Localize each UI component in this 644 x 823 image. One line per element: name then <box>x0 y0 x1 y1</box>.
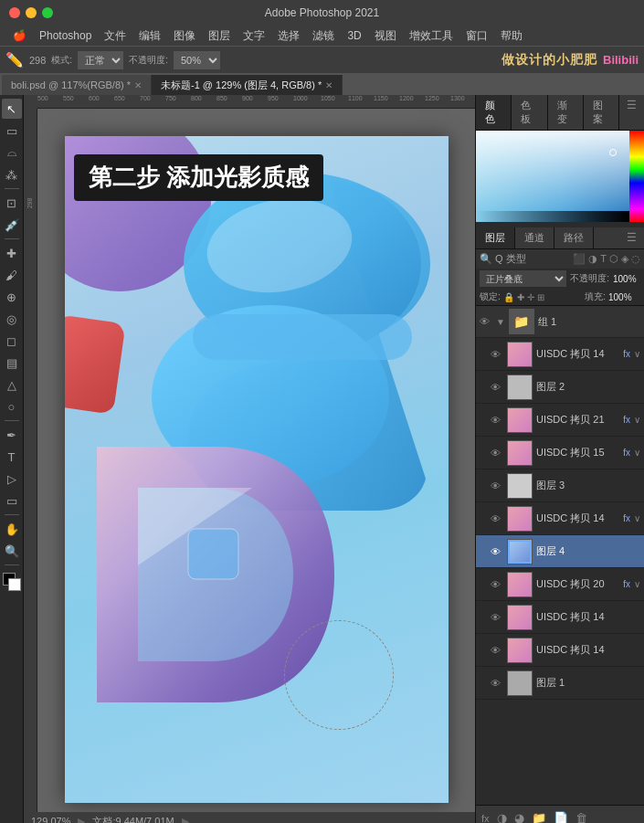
layer-eye-7[interactable]: 👁 <box>491 579 503 590</box>
layer-row[interactable]: 👁 UISDC 拷贝 14 fx ∨ <box>476 502 644 535</box>
tool-heal[interactable]: ✚ <box>2 243 22 263</box>
lock-artboard-icon[interactable]: ⊞ <box>537 292 544 302</box>
layer-eye-0[interactable]: 👁 <box>491 349 503 360</box>
layer-eye-10[interactable]: 👁 <box>491 678 503 689</box>
layer-eye-4[interactable]: 👁 <box>491 480 503 491</box>
tab-paths[interactable]: 路径 <box>554 227 594 248</box>
layer-row-selected[interactable]: 👁 图层 4 <box>476 535 644 568</box>
layer-adjustment-button[interactable]: ◕ <box>514 811 524 823</box>
menu-edit[interactable]: 编辑 <box>133 26 166 46</box>
tab-channels[interactable]: 通道 <box>515 227 554 248</box>
tool-hand[interactable]: ✋ <box>2 519 22 539</box>
layer-fx-0[interactable]: fx <box>623 349 630 359</box>
layer-row[interactable]: 👁 图层 1 <box>476 667 644 700</box>
layer-new-button[interactable]: 📄 <box>554 811 568 823</box>
layer-row[interactable]: 👁 UISDC 拷贝 14 <box>476 634 644 667</box>
menu-photoshop[interactable]: Photoshop <box>34 27 97 44</box>
menu-image[interactable]: 图像 <box>168 26 201 46</box>
tool-blur[interactable]: △ <box>2 375 22 395</box>
tool-path-select[interactable]: ▷ <box>2 469 22 489</box>
menu-3d[interactable]: 3D <box>342 27 366 44</box>
layer-fx-button[interactable]: fx <box>481 813 490 824</box>
tool-shape[interactable]: ▭ <box>2 491 22 511</box>
layer-row[interactable]: 👁 UISDC 拷贝 14 fx ∨ <box>476 338 644 371</box>
layer-eye-1[interactable]: 👁 <box>491 382 503 393</box>
tool-eyedropper[interactable]: 💉 <box>2 215 22 235</box>
layers-blend-mode[interactable]: 正片叠底 <box>480 270 566 287</box>
lock-move-icon[interactable]: ✛ <box>527 292 534 302</box>
layer-eye-3[interactable]: 👁 <box>491 448 503 459</box>
tool-brush[interactable]: 🖌 <box>2 265 22 285</box>
tab-close-boli[interactable]: ✕ <box>134 80 142 90</box>
tool-move[interactable]: ↖ <box>2 99 22 119</box>
menu-file[interactable]: 文件 <box>99 26 132 46</box>
layer-eye-8[interactable]: 👁 <box>491 612 503 623</box>
tool-crop[interactable]: ⊡ <box>2 193 22 213</box>
layer-row[interactable]: 👁 图层 2 <box>476 371 644 404</box>
menu-view[interactable]: 视图 <box>369 26 402 46</box>
menu-layer[interactable]: 图层 <box>203 26 236 46</box>
menu-help[interactable]: 帮助 <box>495 26 528 46</box>
color-panel-menu[interactable]: ☰ <box>619 95 644 130</box>
layer-group[interactable]: 👁 ▼ 📁 组 1 <box>476 306 644 338</box>
layers-panel-menu[interactable]: ☰ <box>619 227 644 248</box>
menu-filter[interactable]: 滤镜 <box>307 26 340 46</box>
layer-row[interactable]: 👁 图层 3 <box>476 470 644 502</box>
tool-gradient[interactable]: ▤ <box>2 353 22 373</box>
filter-smart-icon[interactable]: ◈ <box>621 253 628 265</box>
tab-color[interactable]: 颜色 <box>476 95 512 130</box>
menu-type[interactable]: 文字 <box>238 26 270 46</box>
layer-fx-7[interactable]: fx <box>623 579 630 589</box>
layer-row[interactable]: 👁 UISDC 拷贝 21 fx ∨ <box>476 404 644 437</box>
tool-lasso[interactable]: ⌓ <box>2 142 22 163</box>
layer-fx-5[interactable]: fx <box>623 513 630 523</box>
layer-delete-button[interactable]: 🗑 <box>575 811 587 823</box>
menu-select[interactable]: 选择 <box>272 26 305 46</box>
tab-close-untitled[interactable]: ✕ <box>325 80 333 90</box>
opacity-select[interactable]: 50% <box>174 51 220 69</box>
group-collapse-icon[interactable]: ▼ <box>496 317 505 327</box>
menu-window[interactable]: 窗口 <box>460 26 493 46</box>
color-swatch[interactable] <box>3 573 21 591</box>
tab-boli[interactable]: boli.psd @ 117%(RGB/8) * ✕ <box>2 75 152 95</box>
maximize-button[interactable] <box>42 7 53 18</box>
layer-fx-3[interactable]: fx <box>623 448 630 458</box>
filter-adjust-icon[interactable]: ◑ <box>588 253 597 265</box>
tool-history[interactable]: ◎ <box>2 309 22 329</box>
lock-pixel-icon[interactable]: ✚ <box>517 292 524 302</box>
close-button[interactable] <box>9 7 20 18</box>
menu-apple[interactable]: 🍎 <box>7 27 32 44</box>
background-color[interactable] <box>8 578 21 591</box>
menu-plugins[interactable]: 增效工具 <box>404 26 459 46</box>
photoshop-canvas[interactable]: 第二步 添加光影质感 <box>65 136 449 803</box>
lock-all-icon[interactable]: 🔒 <box>503 292 514 302</box>
layer-eye-6[interactable]: 👁 <box>491 546 503 557</box>
layer-row[interactable]: 👁 UISDC 拷贝 14 <box>476 601 644 634</box>
tool-zoom[interactable]: 🔍 <box>2 541 22 561</box>
tab-swatches[interactable]: 色板 <box>512 95 547 130</box>
tool-stamp[interactable]: ⊕ <box>2 287 22 307</box>
filter-shape-icon[interactable]: ⬡ <box>609 253 618 265</box>
tool-dodge[interactable]: ○ <box>2 396 22 417</box>
tool-type[interactable]: T <box>2 447 22 467</box>
layer-mask-button[interactable]: ◑ <box>497 811 507 823</box>
filter-pixel-icon[interactable]: ⬛ <box>573 253 586 265</box>
group-eye-icon[interactable]: 👁 <box>480 316 492 327</box>
color-gradient-area[interactable] <box>476 131 644 222</box>
layer-eye-9[interactable]: 👁 <box>491 645 503 656</box>
filter-type-icon[interactable]: T <box>600 253 607 265</box>
tab-patterns[interactable]: 图案 <box>584 95 619 130</box>
layer-eye-2[interactable]: 👁 <box>491 415 503 426</box>
tab-layers[interactable]: 图层 <box>476 227 515 248</box>
tool-magic-wand[interactable]: ⁂ <box>2 164 22 185</box>
tab-untitled[interactable]: 未标题-1 @ 129% (图层 4, RGB/8) * ✕ <box>152 75 343 95</box>
tool-eraser[interactable]: ◻ <box>2 331 22 351</box>
blend-mode-select[interactable]: 正常 <box>78 51 123 69</box>
layer-fx-2[interactable]: fx <box>623 415 630 425</box>
layer-eye-5[interactable]: 👁 <box>491 513 503 524</box>
layer-row[interactable]: 👁 UISDC 拷贝 15 fx ∨ <box>476 437 644 470</box>
layer-row[interactable]: 👁 UISDC 拷贝 20 fx ∨ <box>476 568 644 601</box>
tool-pen[interactable]: ✒ <box>2 425 22 445</box>
filter-toggle[interactable]: ◌ <box>631 253 640 265</box>
tab-gradient[interactable]: 渐变 <box>548 95 584 130</box>
